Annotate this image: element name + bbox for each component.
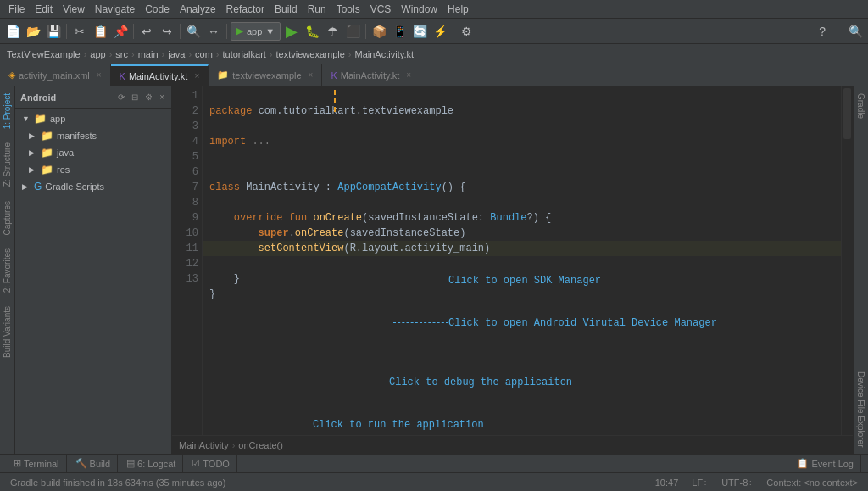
sidebar-settings-btn[interactable]: ⚙: [143, 91, 154, 103]
toolbar-cut-btn[interactable]: ✂: [70, 22, 89, 41]
menu-analyze[interactable]: Analyze: [175, 0, 221, 19]
help-icon[interactable]: ?: [819, 25, 826, 38]
toolbar-replace-btn[interactable]: ↔: [204, 22, 223, 41]
toolbar-redo-btn[interactable]: ↪: [158, 22, 176, 41]
build-icon: 🔨: [75, 458, 87, 469]
menu-navigate[interactable]: Navigate: [90, 0, 140, 19]
todo-icon: ☑: [192, 458, 200, 469]
code-editor[interactable]: package com.tutorialkart.textviewexample…: [203, 86, 841, 435]
avd-manager-btn[interactable]: 📱: [390, 22, 409, 41]
folder-app-icon: 📁: [34, 113, 47, 125]
nav-mainactivity[interactable]: MainActivity.kt: [355, 49, 414, 59]
toolbar-sep-1: [66, 24, 67, 39]
debug-button[interactable]: 🐛: [303, 22, 321, 41]
nav-app[interactable]: app: [90, 49, 105, 59]
panel-gradle[interactable]: Gradle: [854, 86, 868, 126]
avd-annotation: Click to open Android Virutal Device Man…: [448, 315, 717, 331]
close-tab-xml[interactable]: ×: [97, 70, 102, 80]
profile-btn[interactable]: ⚡: [431, 22, 449, 41]
code-line-9: super.onCreate(savedInstanceState): [209, 227, 465, 239]
tree-item-manifests[interactable]: ▶ 📁 manifests: [15, 127, 171, 144]
panel-project[interactable]: 1: Project: [0, 86, 14, 136]
sdk-manager-btn[interactable]: 📦: [370, 22, 388, 41]
tab-mainactivity-kt-2[interactable]: K MainActivity.kt ×: [322, 64, 420, 86]
search-everywhere-btn[interactable]: 🔍: [846, 22, 865, 41]
status-right: 10:47 LF÷ UTF-8÷ Context: <no context>: [652, 473, 861, 492]
menu-window[interactable]: Window: [396, 0, 442, 19]
bottom-tab-terminal[interactable]: ⊞ Terminal: [7, 455, 67, 473]
code-line-1: package com.tutorialkart.textviewexample: [209, 105, 453, 117]
panel-favorites[interactable]: 2: Favorites: [0, 242, 14, 299]
menu-code[interactable]: Code: [140, 0, 175, 19]
close-tab-textviewexample[interactable]: ×: [309, 70, 314, 80]
right-sidebar: Gradle Device File Explorer: [853, 86, 868, 454]
toolbar-undo-btn[interactable]: ↩: [137, 22, 156, 41]
breadcrumb-mainactivity[interactable]: MainActivity: [179, 440, 229, 450]
run-config-label: app: [247, 26, 262, 36]
toolbar-open-btn[interactable]: 📂: [24, 22, 42, 41]
logcat-icon: ▤: [126, 458, 135, 469]
menu-file[interactable]: File: [3, 0, 30, 19]
run-with-coverage-btn[interactable]: ☂: [323, 22, 342, 41]
project-sidebar: Android ⟳ ⊟ ⚙ × ▼ 📁 app ▶ 📁 manifests ▶ …: [15, 86, 172, 454]
nav-project[interactable]: TextViewExample: [7, 49, 81, 59]
tree-item-res[interactable]: ▶ 📁 res: [15, 161, 171, 178]
nav-com[interactable]: com: [195, 49, 213, 59]
toolbar-save-btn[interactable]: 💾: [44, 22, 63, 41]
tree-item-gradle[interactable]: ▶ G Gradle Scripts: [15, 178, 171, 195]
nav-java[interactable]: java: [168, 49, 185, 59]
bottom-tab-event-log[interactable]: 📋 Event Log: [790, 455, 861, 473]
tab-mainactivity-kt[interactable]: K MainActivity.kt ×: [111, 64, 209, 86]
code-container[interactable]: 1 2 3 4 5 6 7 8 9 10 11 12 13 package co…: [172, 86, 853, 435]
menu-help[interactable]: Help: [442, 0, 474, 19]
nav-tutorialkart[interactable]: tutorialkart: [223, 49, 266, 59]
tree-item-java[interactable]: ▶ 📁 java: [15, 144, 171, 161]
run-button[interactable]: ▶: [282, 22, 301, 41]
toolbar-search-btn[interactable]: 🔍: [184, 22, 203, 41]
sdk-h-line: [338, 282, 448, 282]
toolbar-paste-btn[interactable]: 📌: [111, 22, 130, 41]
menu-refactor[interactable]: Refactor: [221, 0, 270, 19]
minimap: [841, 86, 853, 435]
settings-btn[interactable]: ⚙: [457, 22, 476, 41]
sidebar-close-btn[interactable]: ×: [158, 91, 166, 103]
tab-textviewexample[interactable]: 📁 textviewexample ×: [209, 64, 322, 86]
menu-run[interactable]: Run: [303, 0, 331, 19]
run-annotation: Click to run the application: [313, 417, 484, 432]
code-line-8: override fun onCreate(savedInstanceState…: [209, 212, 551, 224]
tab-activity-main-xml[interactable]: ◈ activity_main.xml ×: [0, 64, 111, 86]
sidebar-sync-btn[interactable]: ⟳: [116, 91, 126, 103]
menu-build[interactable]: Build: [270, 0, 303, 19]
run-config-dropdown[interactable]: ▶ app ▼: [231, 22, 281, 41]
panel-captures[interactable]: Captures: [0, 194, 14, 243]
status-lf[interactable]: LF÷: [688, 473, 711, 492]
panel-device-file-explorer[interactable]: Device File Explorer: [854, 365, 868, 454]
close-tab-mainactivity[interactable]: ×: [194, 71, 199, 81]
panel-structure[interactable]: Z: Structure: [0, 136, 14, 193]
toolbar-copy-btn[interactable]: 📋: [91, 22, 109, 41]
tab-bar: ◈ activity_main.xml × K MainActivity.kt …: [0, 64, 868, 86]
sidebar-collapse-btn[interactable]: ⊟: [130, 91, 140, 103]
panel-build-variants[interactable]: Build Variants: [0, 299, 14, 365]
close-tab-mainactivity-2[interactable]: ×: [406, 70, 411, 80]
status-encoding[interactable]: UTF-8÷: [718, 473, 756, 492]
run-config-icon: ▶: [236, 25, 243, 36]
nav-textviewexample[interactable]: textviewexample: [276, 49, 345, 59]
sync-btn[interactable]: 🔄: [410, 22, 429, 41]
menu-view[interactable]: View: [58, 0, 90, 19]
toolbar-sep-3: [180, 24, 181, 39]
bottom-tab-build[interactable]: 🔨 Build: [69, 455, 118, 473]
bottom-tab-logcat[interactable]: ▤ 6: Logcat: [120, 455, 183, 473]
bottom-tab-todo[interactable]: ☑ TODO: [185, 455, 237, 473]
menu-vcs[interactable]: VCS: [365, 0, 397, 19]
toolbar-new-btn[interactable]: 📄: [3, 22, 22, 41]
nav-src[interactable]: src: [115, 49, 128, 59]
xml-file-icon: ◈: [8, 70, 15, 81]
tree-item-app[interactable]: ▼ 📁 app: [15, 110, 171, 127]
menu-edit[interactable]: Edit: [30, 0, 58, 19]
stop-button[interactable]: ⬛: [343, 22, 362, 41]
menu-tools[interactable]: Tools: [331, 0, 365, 19]
nav-bar: TextViewExample › app › src › main › jav…: [0, 44, 868, 64]
nav-main[interactable]: main: [138, 49, 159, 59]
breadcrumb-oncreate[interactable]: onCreate(): [238, 440, 283, 450]
